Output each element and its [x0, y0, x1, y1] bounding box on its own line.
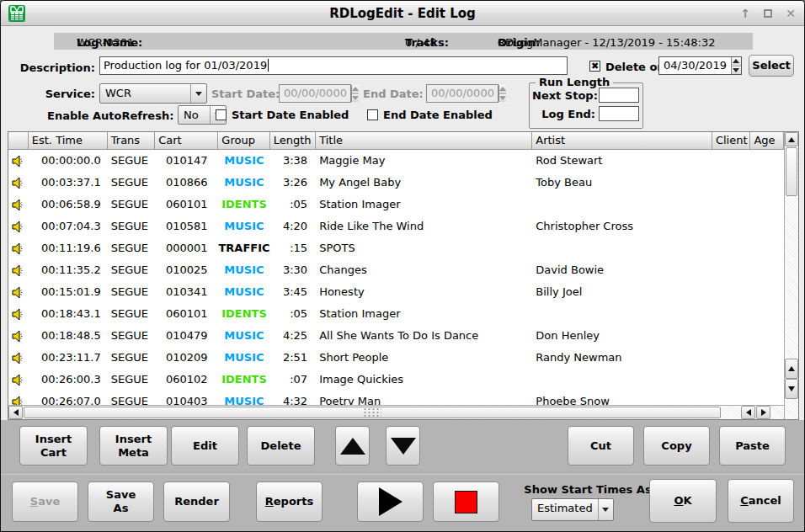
- cell-est-time: 00:06:58.9: [29, 194, 108, 215]
- next-stop-label: Next Stop:: [532, 89, 595, 102]
- service-combo[interactable]: WCR: [99, 83, 207, 104]
- select-button[interactable]: Select: [749, 55, 794, 77]
- end-date-enabled-checkbox[interactable]: [367, 109, 378, 120]
- show-start-times-label: Show Start Times As: [520, 483, 655, 496]
- cell-group: MUSIC: [218, 215, 269, 237]
- column-header-length[interactable]: Length: [270, 132, 316, 150]
- log-table-row[interactable]: 00:23:11.7 SEGUE 010209 MUSIC 2:51 Short…: [8, 347, 784, 369]
- title-bar[interactable]: RDLogEdit - Edit Log ↑ ✕: [1, 1, 804, 26]
- cell-est-time: 00:11:19.6: [29, 237, 108, 259]
- cell-length: :07: [270, 369, 317, 391]
- copy-button[interactable]: Copy: [643, 426, 710, 466]
- delete-date-spin-down[interactable]: [732, 66, 741, 75]
- cell-trans: SEGUE: [108, 215, 155, 237]
- cancel-button[interactable]: Cancel: [728, 479, 794, 523]
- reports-button[interactable]: Reports: [256, 481, 323, 522]
- cell-age: [750, 259, 784, 281]
- cell-trans: SEGUE: [108, 325, 155, 347]
- cell-client: [712, 215, 750, 237]
- start-date-spin-up: [352, 85, 359, 93]
- column-header-group[interactable]: Group: [218, 132, 269, 150]
- save-as-button[interactable]: Save As: [88, 481, 154, 522]
- cell-cart: 010403: [155, 391, 218, 405]
- scroll-right-icon[interactable]: [756, 406, 770, 419]
- description-input[interactable]: Production log for 01/03/2019: [99, 56, 568, 75]
- delete-button[interactable]: Delete: [247, 426, 315, 466]
- insert-meta-button[interactable]: Insert Meta: [99, 426, 168, 466]
- delete-date-spin-up[interactable]: [732, 57, 741, 66]
- log-table-row[interactable]: 00:00:00.0 SEGUE 010147 MUSIC 3:38 Maggi…: [8, 150, 784, 172]
- stop-button[interactable]: [433, 481, 499, 522]
- cell-artist: Christopher Cross: [532, 215, 712, 237]
- column-header-icon[interactable]: [8, 132, 29, 150]
- log-table-row[interactable]: 00:07:04.3 SEGUE 010581 MUSIC 4:20 Ride …: [8, 215, 784, 237]
- cell-length: 4:20: [270, 215, 317, 237]
- cell-artist: Phoebe Snow: [532, 391, 712, 405]
- delete-date-field[interactable]: 04/30/2019: [658, 56, 742, 75]
- play-button[interactable]: [357, 481, 424, 522]
- end-date-label: End Date:: [363, 88, 422, 100]
- render-button[interactable]: Render: [163, 481, 230, 522]
- cell-est-time: 00:18:48.5: [29, 325, 108, 347]
- log-table-row[interactable]: 00:18:43.1 SEGUE 060101 IDENTS :05 Stati…: [8, 303, 784, 325]
- column-header-age[interactable]: Age: [750, 132, 784, 150]
- cell-cart: 010479: [155, 325, 218, 347]
- show-start-times-combo[interactable]: Estimated: [531, 498, 614, 521]
- cut-button[interactable]: Cut: [568, 426, 634, 466]
- cell-cart: 010209: [155, 347, 218, 369]
- move-down-button[interactable]: [386, 426, 420, 466]
- close-window-icon[interactable]: ✕: [784, 7, 797, 20]
- cell-est-time: 00:11:35.2: [29, 259, 108, 281]
- log-table-row[interactable]: 00:11:35.2 SEGUE 010025 MUSIC 3:30 Chang…: [8, 259, 784, 281]
- scroll-left-icon[interactable]: [8, 406, 23, 419]
- cell-trans: SEGUE: [108, 391, 155, 405]
- delete-on-checkbox[interactable]: ✖: [589, 61, 600, 72]
- column-header-cart[interactable]: Cart: [155, 132, 218, 150]
- end-date-enabled-label: End Date Enabled: [383, 109, 493, 121]
- scroll-left-icon[interactable]: [741, 406, 755, 419]
- horizontal-scrollbar-thumb[interactable]: [24, 407, 721, 418]
- ok-button[interactable]: OK: [649, 479, 717, 523]
- audio-speaker-icon: [8, 281, 29, 303]
- run-length-groupbox: Run Length Next Stop: Log End:: [529, 82, 643, 129]
- cell-length: 3:26: [270, 172, 317, 194]
- move-up-button[interactable]: [335, 426, 370, 466]
- play-icon: [379, 487, 402, 516]
- cell-cart: 060101: [155, 303, 218, 325]
- scroll-down-icon[interactable]: [785, 379, 798, 399]
- stop-icon: [455, 491, 477, 513]
- cell-cart: 060102: [155, 369, 218, 391]
- cell-client: [712, 391, 750, 405]
- scroll-up-icon[interactable]: [785, 359, 798, 379]
- horizontal-scrollbar[interactable]: [8, 405, 784, 419]
- insert-cart-button[interactable]: Insert Cart: [19, 426, 88, 466]
- start-date-enabled-checkbox[interactable]: [216, 109, 227, 120]
- cell-client: [712, 369, 750, 391]
- log-table-row[interactable]: 00:15:01.9 SEGUE 010341 MUSIC 3:45 Hones…: [8, 281, 784, 303]
- log-table-row[interactable]: 00:11:19.6 SEGUE 000001 TRAFFIC :15 SPOT…: [8, 237, 784, 259]
- log-table-row[interactable]: 00:06:58.9 SEGUE 060101 IDENTS :05 Stati…: [8, 194, 784, 215]
- log-table-row[interactable]: 00:18:48.5 SEGUE 010479 MUSIC 4:25 All S…: [8, 325, 784, 347]
- vertical-scrollbar-thumb[interactable]: [786, 147, 797, 196]
- cell-age: [750, 347, 784, 369]
- column-header-artist[interactable]: Artist: [532, 132, 712, 150]
- edit-button[interactable]: Edit: [171, 426, 239, 466]
- cell-artist: Rod Stewart: [532, 150, 712, 172]
- column-header-title[interactable]: Title: [316, 132, 532, 150]
- scroll-up-icon[interactable]: [785, 132, 798, 146]
- vertical-scrollbar[interactable]: [784, 132, 798, 419]
- log-table-row[interactable]: 00:03:37.1 SEGUE 010866 MUSIC 3:26 My An…: [8, 172, 784, 194]
- shade-window-icon[interactable]: ↑: [738, 7, 752, 20]
- log-table-row[interactable]: 00:26:07.0 SEGUE 010403 MUSIC 4:32 Poetr…: [8, 391, 784, 405]
- cell-client: [712, 150, 750, 172]
- cell-age: [750, 369, 784, 391]
- log-table-row[interactable]: 00:26:00.3 SEGUE 060102 IDENTS :07 Image…: [8, 369, 784, 391]
- column-header-trans[interactable]: Trans: [108, 132, 155, 150]
- start-date-label: Start Date:: [211, 88, 275, 100]
- maximize-window-icon[interactable]: [761, 7, 775, 20]
- column-header-est-time[interactable]: Est. Time: [29, 132, 108, 150]
- tracks-value: 0 / 48: [405, 36, 436, 49]
- paste-button[interactable]: Paste: [719, 426, 786, 466]
- cell-age: [750, 303, 784, 325]
- column-header-client[interactable]: Client: [712, 132, 751, 150]
